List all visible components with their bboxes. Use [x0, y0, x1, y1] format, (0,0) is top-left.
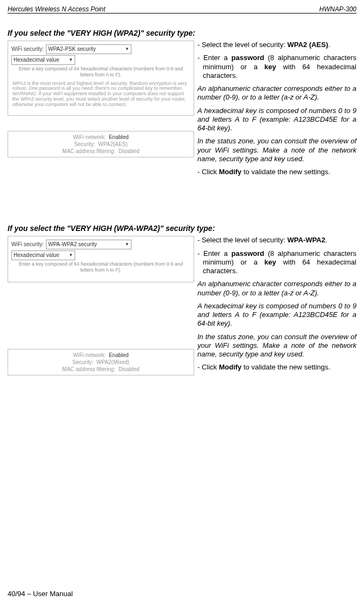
ss2-status-wifi-label: WiFi network: [73, 352, 106, 358]
section2-imagecol: WiFi security: WPA-WPA2 security ▼ Hexad… [8, 236, 197, 375]
s2-p2: - Enter a password (8 alphanumeric chara… [197, 249, 356, 276]
section1-imagecol: WiFi security: WPA2-PSK security ▼ Hexad… [8, 41, 197, 157]
ss2-status-sec-value: WPA2(Mixed) [96, 359, 129, 365]
ss1-wifi-security-dropdown[interactable]: WPA2-PSK security ▼ [46, 44, 131, 54]
ss2-hex-label: Hexadecimal value [14, 252, 59, 259]
ss2-wifi-security-dropdown[interactable]: WPA-WPA2 security ▼ [46, 240, 131, 249]
section1-row: WiFi security: WPA2-PSK security ▼ Hexad… [8, 41, 356, 181]
chevron-down-icon: ▼ [125, 47, 129, 52]
ss1-status-wifi-label: WiFi network: [73, 134, 106, 140]
ss1-wifi-security-label: WiFi security: [11, 46, 44, 52]
ss2-hint: Enter a key composed of 64 hexadecimal c… [14, 261, 188, 273]
ss2-status-sec-label: Security: [72, 359, 94, 365]
s2-p3: An alphanumeric character corresponds ei… [197, 280, 356, 298]
s2-p1: - Select the level of security: WPA-WPA2… [197, 236, 356, 245]
s2-p6: - Click Modify to validate the new setti… [197, 363, 356, 372]
section1-statusbox: WiFi network: Enabled Security: WPA2(AES… [8, 131, 194, 157]
ss2-status-mac-label: MAC address filtering: [62, 366, 115, 372]
ss1-status-wifi-value: Enabled [109, 134, 129, 140]
s2-p4: A hexadecimal key is composed of numbers… [197, 302, 356, 328]
ss2-status-wifi-value: Enabled [109, 352, 129, 358]
ss1-status-mac-label: MAC address filtering: [62, 148, 115, 154]
s2-p5: In the status zone, you can consult the … [197, 333, 356, 359]
ss1-hex-dropdown[interactable]: Hexadecimal value ▼ [11, 55, 75, 65]
section2-screenshot: WiFi security: WPA-WPA2 security ▼ Hexad… [8, 236, 194, 282]
ss1-status-mac-value: Disabled [118, 148, 140, 154]
chevron-down-icon: ▼ [69, 253, 73, 258]
section1-textcol: - Select the level of security: WPA2 (AE… [197, 41, 356, 181]
ss1-status-sec-value: WPA2(AES) [98, 141, 128, 147]
s1-p2: - Enter a password (8 alphanumeric chara… [197, 54, 356, 80]
ss1-hint: Enter a key composed of 64 hexadecimal c… [14, 66, 188, 78]
page-footer: 40/94 – User Manual [8, 590, 73, 598]
ss1-status-sec-label: Security: [74, 141, 95, 147]
ss2-wifi-security-label: WiFi security: [11, 241, 44, 248]
s1-p6: - Click Modify to validate the new setti… [197, 168, 356, 176]
chevron-down-icon: ▼ [69, 57, 73, 63]
ss1-wifi-security-value: WPA2-PSK security [48, 46, 96, 52]
section1-title: If you select the "VERY HIGH (WPA2)" sec… [8, 29, 356, 37]
section2-textcol: - Select the level of security: WPA-WPA2… [197, 236, 356, 376]
chevron-down-icon: ▼ [125, 242, 129, 247]
ss2-hex-dropdown[interactable]: Hexadecimal value ▼ [11, 250, 75, 260]
page-header: Hercules Wireless N Access Point HWNAP-3… [8, 5, 356, 14]
ss2-status-mac-value: Disabled [118, 366, 140, 372]
ss1-hex-label: Hexadecimal value [14, 57, 59, 63]
section2-title: If you select the "VERY HIGH (WPA-WPA2)"… [8, 224, 356, 233]
s1-p3: An alphanumeric character corresponds ei… [197, 84, 356, 102]
section1-screenshot: WiFi security: WPA2-PSK security ▼ Hexad… [8, 41, 194, 116]
s1-p1: - Select the level of security: WPA2 (AE… [197, 41, 356, 49]
ss2-wifi-security-value: WPA-WPA2 security [48, 241, 97, 248]
header-left: Hercules Wireless N Access Point [8, 5, 105, 13]
ss1-para: WPA2 is the most recent and highest leve… [12, 81, 189, 108]
section2-statusbox: WiFi network: Enabled Security: WPA2(Mix… [8, 349, 194, 375]
header-right: HWNAP-300 [319, 5, 356, 13]
s1-p4: A hexadecimal key is composed of numbers… [197, 107, 356, 133]
s1-p5: In the status zone, you can consult the … [197, 137, 356, 163]
section2-row: WiFi security: WPA-WPA2 security ▼ Hexad… [8, 236, 356, 376]
